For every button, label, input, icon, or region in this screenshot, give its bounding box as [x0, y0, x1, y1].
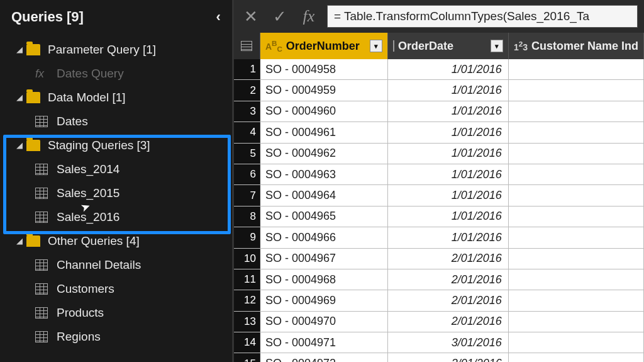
formula-input[interactable]: = Table.TransformColumnTypes(Sales_2016_… — [327, 5, 638, 28]
row-number[interactable]: 2 — [234, 80, 260, 100]
select-all-corner[interactable] — [234, 33, 260, 59]
cell-customer[interactable] — [509, 290, 644, 310]
folder-2[interactable]: ◢Staging Queries [3] — [0, 133, 232, 157]
column-header-orderdate[interactable]: OrderDate ▾ — [388, 33, 509, 59]
row-number[interactable]: 12 — [234, 290, 260, 310]
query-item[interactable]: Sales_2016 — [0, 205, 232, 229]
cell-ordernumber[interactable]: SO - 0004959 — [260, 80, 388, 100]
cell-orderdate[interactable]: 3/01/2016 — [388, 332, 509, 353]
folder-0[interactable]: ◢Parameter Query [1] — [0, 38, 232, 62]
query-item[interactable]: Regions — [0, 325, 232, 349]
cell-orderdate[interactable]: 2/01/2016 — [388, 249, 509, 269]
row-number[interactable]: 5 — [234, 144, 260, 164]
cell-orderdate[interactable]: 3/01/2016 — [388, 353, 509, 362]
cell-ordernumber[interactable]: SO - 0004964 — [260, 185, 388, 205]
query-item[interactable]: Channel Details — [0, 253, 232, 277]
query-item[interactable]: Dates — [0, 110, 232, 133]
query-item[interactable]: Products — [0, 301, 232, 325]
column-header-customer[interactable]: 123 Customer Name Ind — [509, 33, 644, 59]
cell-customer[interactable] — [509, 269, 644, 290]
column-header-ordernumber[interactable]: ABC OrderNumber ▾ — [260, 33, 388, 59]
cell-customer[interactable] — [509, 80, 644, 100]
table-row[interactable]: 12SO - 00049692/01/2016 — [234, 290, 644, 311]
cell-orderdate[interactable]: 1/01/2016 — [388, 164, 509, 184]
table-row[interactable]: 11SO - 00049682/01/2016 — [234, 269, 644, 290]
row-number[interactable]: 3 — [234, 101, 260, 122]
cell-ordernumber[interactable]: SO - 0004965 — [260, 206, 388, 227]
cell-ordernumber[interactable]: SO - 0004970 — [260, 312, 388, 332]
queries-header[interactable]: Queries [9] ‹ — [0, 0, 232, 38]
table-row[interactable]: 8SO - 00049651/01/2016 — [234, 206, 644, 227]
cell-ordernumber[interactable]: SO - 0004962 — [260, 144, 388, 164]
row-number[interactable]: 14 — [234, 332, 260, 353]
cell-ordernumber[interactable]: SO - 0004969 — [260, 290, 388, 310]
cell-ordernumber[interactable]: SO - 0004966 — [260, 227, 388, 247]
query-item[interactable]: fxDates Query — [0, 62, 232, 86]
row-number[interactable]: 6 — [234, 164, 260, 184]
cell-orderdate[interactable]: 1/01/2016 — [388, 144, 509, 164]
cell-ordernumber[interactable]: SO - 0004968 — [260, 269, 388, 290]
cell-customer[interactable] — [509, 353, 644, 362]
cell-customer[interactable] — [509, 227, 644, 247]
filter-dropdown-icon[interactable]: ▾ — [491, 40, 503, 52]
cell-orderdate[interactable]: 1/01/2016 — [388, 122, 509, 142]
row-number[interactable]: 10 — [234, 249, 260, 269]
table-row[interactable]: 1SO - 00049581/01/2016 — [234, 59, 644, 80]
row-number[interactable]: 7 — [234, 185, 260, 205]
cell-ordernumber[interactable]: SO - 0004967 — [260, 249, 388, 269]
row-number[interactable]: 4 — [234, 122, 260, 142]
table-row[interactable]: 4SO - 00049611/01/2016 — [234, 122, 644, 143]
table-row[interactable]: 9SO - 00049661/01/2016 — [234, 227, 644, 248]
table-row[interactable]: 5SO - 00049621/01/2016 — [234, 144, 644, 164]
table-row[interactable]: 15SO - 00049723/01/2016 — [234, 353, 644, 362]
row-number[interactable]: 1 — [234, 59, 260, 79]
cell-customer[interactable] — [509, 332, 644, 353]
cell-orderdate[interactable]: 1/01/2016 — [388, 101, 509, 122]
filter-dropdown-icon[interactable]: ▾ — [370, 40, 382, 52]
table-row[interactable]: 6SO - 00049631/01/2016 — [234, 164, 644, 185]
cell-ordernumber[interactable]: SO - 0004971 — [260, 332, 388, 353]
query-item[interactable]: Customers — [0, 277, 232, 301]
folder-1[interactable]: ◢Data Model [1] — [0, 86, 232, 110]
table-row[interactable]: 10SO - 00049672/01/2016 — [234, 249, 644, 269]
table-row[interactable]: 2SO - 00049591/01/2016 — [234, 80, 644, 101]
row-number[interactable]: 15 — [234, 353, 260, 362]
collapse-icon[interactable]: ‹ — [216, 9, 221, 25]
cell-ordernumber[interactable]: SO - 0004958 — [260, 59, 388, 79]
cell-customer[interactable] — [509, 144, 644, 164]
cell-ordernumber[interactable]: SO - 0004972 — [260, 353, 388, 362]
cell-orderdate[interactable]: 1/01/2016 — [388, 206, 509, 227]
cell-customer[interactable] — [509, 249, 644, 269]
query-item[interactable]: Sales_2015 — [0, 181, 232, 205]
row-number[interactable]: 8 — [234, 206, 260, 227]
row-number[interactable]: 9 — [234, 227, 260, 247]
cell-orderdate[interactable]: 2/01/2016 — [388, 269, 509, 290]
cell-customer[interactable] — [509, 185, 644, 205]
cell-ordernumber[interactable]: SO - 0004960 — [260, 101, 388, 122]
cell-orderdate[interactable]: 1/01/2016 — [388, 185, 509, 205]
table-row[interactable]: 14SO - 00049713/01/2016 — [234, 332, 644, 353]
cell-customer[interactable] — [509, 164, 644, 184]
query-item[interactable]: Sales_2014 — [0, 157, 232, 181]
cell-customer[interactable] — [509, 312, 644, 332]
cell-ordernumber[interactable]: SO - 0004963 — [260, 164, 388, 184]
cell-customer[interactable] — [509, 59, 644, 79]
cell-orderdate[interactable]: 1/01/2016 — [388, 227, 509, 247]
row-number[interactable]: 13 — [234, 312, 260, 332]
fx-icon[interactable]: fx — [298, 6, 319, 27]
table-row[interactable]: 7SO - 00049641/01/2016 — [234, 185, 644, 206]
cell-orderdate[interactable]: 2/01/2016 — [388, 312, 509, 332]
cancel-button[interactable]: ✕ — [240, 6, 262, 27]
table-row[interactable]: 13SO - 00049702/01/2016 — [234, 312, 644, 332]
folder-3[interactable]: ◢Other Queries [4] — [0, 229, 232, 253]
commit-button[interactable]: ✓ — [269, 6, 291, 27]
data-grid[interactable]: 1SO - 00049581/01/20162SO - 00049591/01/… — [234, 59, 644, 362]
cell-customer[interactable] — [509, 122, 644, 142]
cell-orderdate[interactable]: 1/01/2016 — [388, 59, 509, 79]
cell-orderdate[interactable]: 2/01/2016 — [388, 290, 509, 310]
cell-customer[interactable] — [509, 206, 644, 227]
cell-customer[interactable] — [509, 101, 644, 122]
row-number[interactable]: 11 — [234, 269, 260, 290]
cell-ordernumber[interactable]: SO - 0004961 — [260, 122, 388, 142]
cell-orderdate[interactable]: 1/01/2016 — [388, 80, 509, 100]
